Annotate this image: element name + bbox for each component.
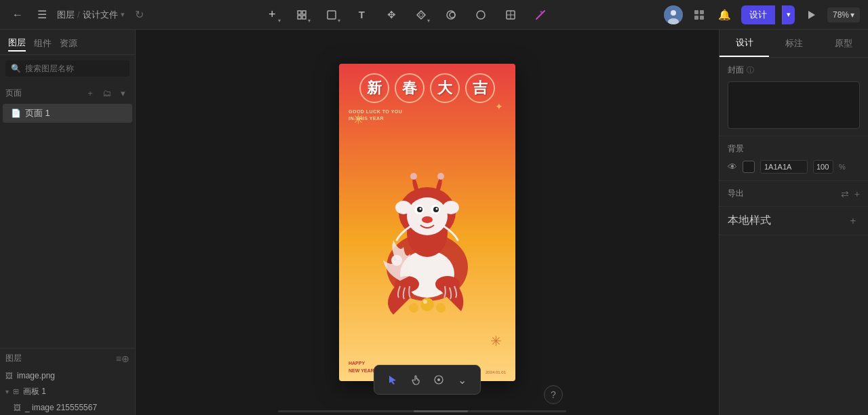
page-folder-button[interactable]: 🗂 (100, 86, 113, 100)
layers-header: 图层 ≡⊕ (0, 349, 135, 368)
bell-icon[interactable]: 🔔 (715, 5, 734, 24)
export-icons: ⇄ + (841, 189, 860, 199)
canvas-scrollbar[interactable] (278, 410, 566, 412)
svg-point-40 (423, 300, 427, 304)
add-local-style-button[interactable]: + (846, 214, 860, 228)
page-icon: 📄 (11, 108, 21, 118)
svg-rect-2 (298, 16, 301, 19)
crop-tool[interactable] (500, 5, 521, 25)
svg-point-31 (410, 173, 417, 180)
help-button[interactable]: ? (544, 385, 563, 404)
layers-label: 图层 (5, 353, 116, 364)
zoom-control[interactable]: 78% ▾ (827, 7, 860, 22)
right-panel: 设计 标注 原型 封面 ⓘ 背景 👁 1A1A1A 100 % (719, 30, 868, 415)
zoom-level: 78% (833, 10, 849, 20)
share-button[interactable]: 设计 (741, 5, 775, 24)
svg-marker-18 (808, 11, 815, 19)
pages-label: 页面 (5, 87, 81, 99)
svg-rect-16 (694, 16, 698, 20)
frame-tool[interactable] (292, 5, 312, 25)
cover-info-icon[interactable]: ⓘ (747, 65, 754, 75)
sparkle-bottom-right: ✳ (490, 333, 502, 349)
shape-tool[interactable] (321, 5, 342, 25)
layer-item-artboard[interactable]: ▾ ⊞ 画板 1 (0, 383, 135, 400)
svg-point-38 (409, 303, 418, 313)
poster: 新 春 大 吉 GOOD LUCK TO YOU IN THIS YEAR ✦ … (339, 64, 515, 381)
svg-point-12 (671, 10, 676, 16)
move-tool[interactable]: ✥ (381, 5, 401, 25)
svg-point-6 (450, 12, 455, 18)
export-add-icon[interactable]: + (854, 189, 860, 199)
sync-button[interactable]: ↻ (130, 5, 149, 24)
bg-hex-input[interactable]: 1A1A1A (760, 160, 808, 174)
svg-point-37 (420, 298, 434, 311)
breadcrumb-draft[interactable]: 图层 (57, 9, 75, 21)
zoom-arrow-icon: ▾ (850, 10, 854, 20)
canvas-more-tool[interactable]: ⌄ (452, 370, 472, 390)
component-tool[interactable] (411, 5, 431, 25)
topbar-left: ← ☰ 图层 / 设计文件 ▾ ↻ (8, 5, 149, 24)
svg-point-34 (443, 201, 459, 214)
add-page-button[interactable]: + (83, 86, 97, 100)
layer-item-image-png[interactable]: 🖼 image.png (0, 368, 135, 383)
text-tool[interactable]: T (351, 5, 372, 25)
layer-image-icon: 🖼 (5, 372, 13, 380)
char-da: 大 (430, 73, 460, 103)
left-tabs: 图层 组件 资源 (0, 30, 135, 55)
back-button[interactable]: ← (8, 5, 27, 24)
layers-action-icon[interactable]: ≡⊕ (116, 353, 130, 364)
avatar[interactable] (664, 5, 683, 24)
export-swap-icon[interactable]: ⇄ (841, 189, 849, 199)
sparkle-top-right: ✦ (495, 101, 503, 112)
right-tab-prototype[interactable]: 原型 (818, 31, 868, 56)
breadcrumb-file[interactable]: 设计文件 (83, 9, 118, 21)
canvas-select-tool[interactable] (382, 370, 403, 390)
magic-tool[interactable] (530, 5, 551, 25)
tab-layers[interactable]: 图层 (8, 35, 26, 52)
main: 图层 组件 资源 🔍 页面 + 🗂 ▾ 📄 页面 1 图层 ≡⊕ (0, 30, 868, 415)
poster-top: 新 春 大 吉 (339, 64, 515, 108)
cover-header: 封面 ⓘ (728, 64, 860, 76)
svg-rect-15 (700, 10, 704, 14)
bg-opacity-input[interactable]: 100 (813, 160, 833, 174)
bg-label: 背景 (728, 143, 744, 155)
layer-item-subimage[interactable]: 🖼 _ image 215555567 (0, 400, 135, 415)
visibility-toggle[interactable]: 👁 (728, 161, 737, 172)
tab-components[interactable]: 组件 (34, 36, 52, 51)
char-ji: 吉 (465, 73, 495, 103)
svg-point-7 (477, 11, 485, 19)
file-dropdown-icon[interactable]: ▾ (121, 10, 125, 19)
search-input[interactable] (25, 64, 127, 73)
svg-point-44 (437, 378, 440, 381)
share-dropdown-button[interactable]: ▾ (782, 5, 795, 24)
add-tool[interactable]: + (262, 5, 282, 25)
right-tab-annotate[interactable]: 标注 (769, 31, 818, 56)
bg-row: 👁 1A1A1A 100 % (728, 160, 860, 174)
page-item[interactable]: 📄 页面 1 (3, 104, 132, 123)
poster-dragon-area: ✳ (339, 125, 515, 356)
svg-point-29 (436, 208, 438, 210)
canvas-hand-tool[interactable] (406, 370, 426, 390)
topbar-right: 🔔 设计 ▾ 78% ▾ (664, 5, 860, 24)
play-button[interactable] (802, 5, 821, 24)
layer-artboard-icon: ⊞ (13, 387, 19, 396)
right-tab-design[interactable]: 设计 (719, 30, 769, 57)
tab-assets[interactable]: 资源 (60, 36, 77, 51)
layer-name: image.png (17, 371, 55, 380)
pages-more-button[interactable]: ▾ (116, 86, 130, 100)
layers-section: 图层 ≡⊕ 🖼 image.png ▾ ⊞ 画板 1 🖼 _ image 215… (0, 348, 135, 415)
ellipse-tool[interactable] (471, 5, 491, 25)
page-name: 页面 1 (25, 107, 50, 119)
svg-point-30 (422, 216, 433, 223)
layer-expand-arrow[interactable]: ▾ (5, 388, 9, 395)
bg-color-swatch[interactable] (743, 161, 755, 173)
menu-button[interactable]: ☰ (33, 5, 52, 24)
bg-section: 背景 👁 1A1A1A 100 % (719, 136, 868, 181)
dragon-illustration (359, 165, 495, 315)
plugin-icon[interactable] (690, 5, 709, 24)
left-panel: 图层 组件 资源 🔍 页面 + 🗂 ▾ 📄 页面 1 图层 ≡⊕ (0, 30, 136, 415)
local-style-label: 本地样式 (728, 214, 771, 228)
add-group: + (262, 5, 282, 25)
canvas-comment-tool[interactable] (429, 370, 449, 390)
mask-tool[interactable] (441, 5, 461, 25)
